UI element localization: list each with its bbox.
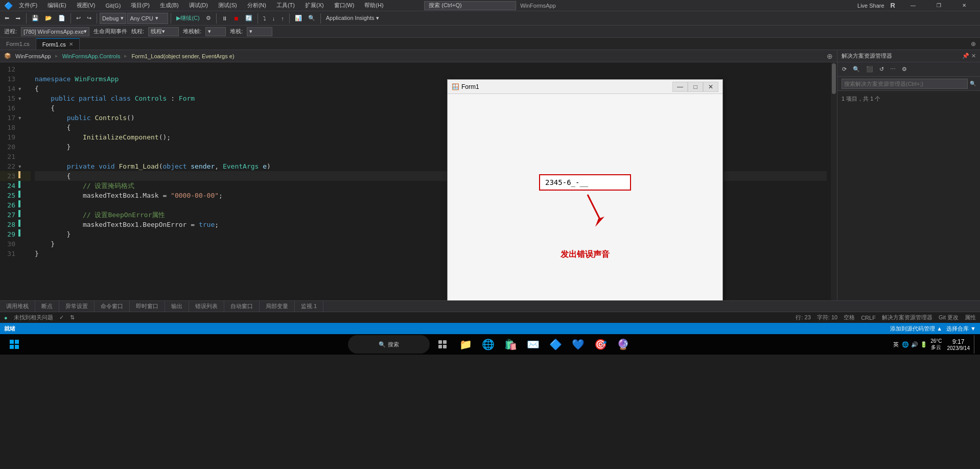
namespace-label[interactable]: WinFormsApp [15, 53, 51, 59]
debug-tab-auto[interactable]: 自动窗口 [224, 301, 260, 312]
app-insights[interactable]: Application Insights ▾ [323, 12, 382, 25]
search-box-title[interactable]: 搜索 (Ctrl+Q) [424, 1, 516, 10]
toolbar-forward[interactable]: ⮕ [13, 12, 24, 25]
git-changes-link[interactable]: Git 更改 [939, 314, 959, 321]
tab-form1cs[interactable]: Form1.cs [0, 38, 36, 50]
toolbar-undo[interactable]: ↩ [74, 12, 83, 25]
form-close-btn[interactable]: ✕ [703, 82, 718, 92]
zoom-dropdown[interactable]: ▾ [247, 27, 272, 36]
debug-tab-immediate[interactable]: 即时窗口 [130, 301, 165, 312]
tab-close-icon[interactable]: ✕ [69, 41, 73, 47]
form-titlebar[interactable]: 🪟 Form1 — □ ✕ [448, 80, 722, 94]
sol-refresh-btn[interactable]: ↺ [877, 63, 886, 76]
toolbar-back[interactable]: ⬅ [2, 12, 12, 25]
process-dropdown[interactable]: [780] WinFormsApp.exe ▾ [21, 27, 89, 36]
menu-view[interactable]: 视图(V) [73, 0, 100, 11]
select-repo-btn[interactable]: 选择合库 ▼ [946, 325, 976, 333]
taskbar-edge[interactable]: 🌐 [479, 335, 497, 354]
menu-tools[interactable]: 工具(T) [272, 0, 299, 11]
pin-icon[interactable]: 📌 [962, 53, 969, 59]
form-restore-btn[interactable]: □ [688, 82, 703, 92]
menu-git[interactable]: Git(G) [101, 0, 125, 11]
solution-search-input[interactable] [842, 79, 968, 89]
taskbar-mail[interactable]: ✉️ [524, 335, 542, 354]
show-desktop-btn[interactable] [974, 335, 976, 354]
search-taskbar[interactable]: 🔍 搜索 [348, 335, 430, 354]
clock[interactable]: 9:17 2023/9/14 [947, 338, 970, 351]
class-label[interactable]: WinFormsApp.Controls [62, 53, 121, 59]
method-label[interactable]: Form1_Load(object sender, EventArgs e) [131, 53, 234, 59]
toolbar-more[interactable]: ⚙ [203, 12, 214, 25]
debug-tab-callstack[interactable]: 调用堆栈 [0, 301, 35, 312]
toolbar-step-in[interactable]: ↓ [270, 12, 278, 25]
toolbar-perf[interactable]: 📊 [292, 12, 305, 25]
scrollbar-thumb[interactable] [832, 63, 836, 94]
add-source-btn[interactable]: 添加到源代码管理 ▲ [890, 325, 942, 333]
network-icon[interactable]: 🌐 [902, 341, 909, 348]
menu-file[interactable]: 文件(F) [15, 0, 41, 11]
toolbar-diag[interactable]: 🔍 [306, 12, 318, 25]
toolbar-stop[interactable]: ⏹ [231, 12, 242, 25]
collapse-icon-14[interactable]: ▼ [18, 86, 21, 91]
weather-widget[interactable]: 26°C 多云 [930, 338, 942, 351]
taskbar-extra1[interactable]: 🎯 [591, 335, 610, 354]
cursor-position-row[interactable]: 行: 23 [796, 314, 810, 321]
debug-tab-command[interactable]: 命令窗口 [95, 301, 130, 312]
menu-build[interactable]: 生成(B) [156, 0, 183, 11]
properties-link[interactable]: 属性 [965, 314, 976, 321]
debug-tab-exceptions[interactable]: 异常设置 [59, 301, 95, 312]
masked-textbox[interactable]: 2345-6_-__ [539, 174, 631, 191]
battery-icon[interactable]: 🔋 [920, 341, 927, 348]
restore-btn[interactable]: ❐ [927, 0, 950, 11]
solution-close-icon[interactable]: ✕ [971, 53, 976, 59]
taskbar-extra2[interactable]: 🔮 [614, 335, 632, 354]
toolbar-save[interactable]: 💾 [29, 12, 41, 25]
cursor-position-col[interactable]: 字符: 10 [817, 314, 837, 321]
debug-tab-errorlist[interactable]: 错误列表 [189, 301, 224, 312]
sol-collapse-btn[interactable]: ⬛ [864, 63, 876, 76]
debug-tab-watch[interactable]: 监视 1 [295, 301, 323, 312]
taskbar-lang[interactable]: 英 [893, 341, 899, 348]
toolbar-new[interactable]: 📄 [56, 12, 68, 25]
debug-tab-breakpoints[interactable]: 断点 [35, 301, 59, 312]
toolbar-restart[interactable]: 🔄 [243, 12, 255, 25]
thread-dropdown[interactable]: 线程▾ [148, 27, 179, 36]
sol-settings-btn[interactable]: ⚙ [899, 63, 909, 76]
toolbar-breakpoint[interactable]: ⏸ [219, 12, 230, 25]
form-minimize-btn[interactable]: — [672, 82, 688, 92]
collapse-icon-15[interactable]: ▼ [18, 96, 21, 101]
taskview-btn[interactable] [434, 335, 452, 354]
form1-preview-window[interactable]: 🪟 Form1 — □ ✕ 2345-6_-__ 发出错误声音 [447, 79, 723, 301]
tab-form1cs-designer[interactable]: Form1.cs ✕ [36, 38, 80, 50]
menu-analyze[interactable]: 分析(N) [243, 0, 270, 11]
encoding-label[interactable]: CRLF [861, 315, 876, 321]
taskbar-vscode[interactable]: 💙 [569, 335, 587, 354]
stack-dropdown[interactable]: ▾ [205, 27, 226, 36]
minimize-btn[interactable]: — [901, 0, 925, 11]
debug-config-dropdown[interactable]: Debug ▾ [100, 13, 126, 24]
sol-filter-btn[interactable]: 🔍 [850, 63, 862, 76]
menu-extensions[interactable]: 扩展(X) [301, 0, 328, 11]
menu-edit[interactable]: 编辑(E) [43, 0, 71, 11]
close-btn[interactable]: ✕ [952, 0, 976, 11]
platform-dropdown[interactable]: Any CPU ▾ [127, 13, 168, 24]
menu-window[interactable]: 窗口(W) [330, 0, 359, 11]
menu-project[interactable]: 项目(P) [127, 0, 154, 11]
toolbar-open[interactable]: 📂 [42, 12, 55, 25]
debug-tab-locals[interactable]: 局部变量 [260, 301, 295, 312]
menu-debug[interactable]: 调试(D) [185, 0, 212, 11]
debug-tab-output[interactable]: 输出 [165, 301, 189, 312]
live-share-btn[interactable]: Live Share [853, 3, 889, 9]
start-button[interactable] [4, 334, 25, 355]
solution-manager-link[interactable]: 解决方案资源管理器 [882, 314, 932, 321]
collapse-icon-22[interactable]: ▼ [18, 164, 21, 169]
menu-test[interactable]: 测试(S) [214, 0, 241, 11]
run-btn[interactable]: ▶ 继续(C) [174, 12, 202, 25]
space-label[interactable]: 空格 [844, 314, 855, 321]
toolbar-redo[interactable]: ↪ [84, 12, 94, 25]
volume-icon[interactable]: 🔊 [911, 341, 918, 348]
taskbar-store[interactable]: 🛍️ [501, 335, 520, 354]
collapse-icon-17[interactable]: ▼ [18, 115, 21, 121]
vertical-scrollbar[interactable] [831, 62, 837, 300]
toolbar-step-over[interactable]: ⤵ [261, 12, 269, 25]
